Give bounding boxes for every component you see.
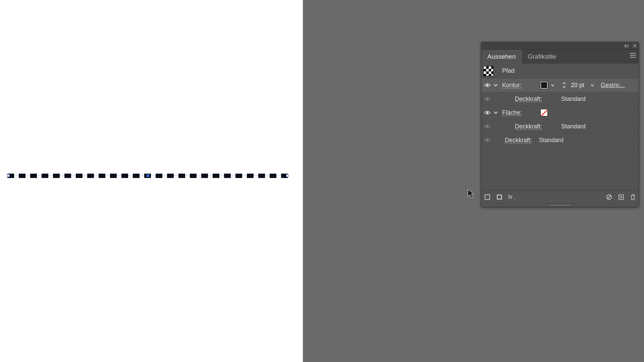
stroke-weight-stepper[interactable]	[562, 81, 568, 89]
svg-line-11	[607, 195, 611, 199]
disclosure-stroke[interactable]	[492, 83, 499, 87]
cursor-icon	[467, 189, 476, 200]
artboard[interactable]	[0, 0, 303, 362]
tab-graphic-styles[interactable]: Grafikstile	[522, 50, 562, 64]
add-fill-button[interactable]	[496, 194, 503, 200]
visibility-toggle-stroke[interactable]	[483, 83, 492, 87]
fill-color-swatch[interactable]	[540, 109, 548, 116]
add-stroke-button[interactable]	[484, 194, 491, 200]
svg-rect-5	[485, 195, 490, 199]
visibility-toggle-object-opacity[interactable]	[483, 138, 492, 142]
attribute-list: Kontur: 20 pt Gestric... Deckkra	[481, 78, 639, 147]
fill-row[interactable]: Fläche:	[481, 106, 639, 120]
svg-point-9	[515, 199, 515, 199]
stroke-weight-field[interactable]: 20 pt	[568, 81, 587, 89]
svg-point-3	[486, 125, 488, 127]
visibility-toggle-fill[interactable]	[483, 110, 492, 115]
object-opacity-row[interactable]: Deckkraft: Standard	[481, 133, 639, 147]
add-effect-button[interactable]: fx	[508, 194, 516, 200]
svg-point-1	[486, 98, 488, 100]
appearance-panel: Aussehen Grafikstile Pfad Kontur:	[481, 42, 639, 207]
stroke-opacity-value[interactable]: Standard	[561, 96, 586, 103]
svg-point-2	[486, 112, 488, 114]
tab-graphic-styles-label: Grafikstile	[528, 53, 556, 60]
stroke-brush-link[interactable]: Gestric...	[601, 82, 625, 89]
fill-opacity-row[interactable]: Deckkraft: Standard	[481, 120, 639, 133]
fill-label[interactable]: Fläche:	[502, 109, 522, 116]
collapse-icon[interactable]	[624, 44, 630, 48]
disclosure-fill[interactable]	[492, 110, 499, 115]
panel-titlebar[interactable]	[481, 42, 639, 50]
panel-footer: fx	[481, 190, 639, 203]
stroke-opacity-row[interactable]: Deckkraft: Standard	[481, 92, 639, 106]
close-icon[interactable]	[633, 44, 637, 48]
stroke-weight-control: 20 pt	[562, 81, 596, 89]
object-opacity-label[interactable]: Deckkraft:	[505, 137, 532, 143]
delete-item-button[interactable]	[630, 194, 636, 200]
object-row: Pfad	[481, 64, 639, 78]
anchor-mid[interactable]	[147, 174, 149, 177]
duplicate-item-button[interactable]	[618, 194, 625, 200]
anchor-right[interactable]	[286, 174, 289, 177]
tab-bar: Aussehen Grafikstile	[481, 50, 639, 64]
svg-point-4	[486, 139, 488, 141]
panel-menu-icon[interactable]	[629, 52, 637, 60]
clear-appearance-button[interactable]	[606, 194, 612, 200]
svg-point-0	[486, 84, 488, 86]
stroke-row[interactable]: Kontur: 20 pt Gestric...	[481, 78, 639, 92]
object-thumbnail[interactable]	[483, 66, 493, 76]
visibility-toggle-stroke-opacity[interactable]	[483, 97, 492, 101]
stroke-opacity-label[interactable]: Deckkraft:	[515, 96, 542, 102]
anchor-left[interactable]	[7, 174, 10, 177]
stroke-color-swatch[interactable]	[540, 81, 548, 89]
panel-resize-grip[interactable]	[481, 203, 639, 207]
tab-appearance[interactable]: Aussehen	[481, 50, 522, 64]
svg-text:fx: fx	[508, 194, 513, 200]
stroke-weight-dropdown[interactable]	[589, 81, 596, 89]
attr-empty-area	[481, 147, 639, 190]
fill-opacity-value[interactable]: Standard	[561, 123, 586, 130]
object-opacity-value[interactable]: Standard	[539, 137, 564, 144]
stroke-color-dropdown[interactable]	[549, 81, 556, 89]
stroke-label[interactable]: Kontur:	[502, 82, 522, 88]
object-name: Pfad	[502, 67, 515, 74]
tab-appearance-label: Aussehen	[487, 53, 516, 60]
fill-opacity-label[interactable]: Deckkraft:	[515, 123, 542, 130]
svg-rect-7	[498, 195, 501, 199]
visibility-toggle-fill-opacity[interactable]	[483, 124, 492, 129]
